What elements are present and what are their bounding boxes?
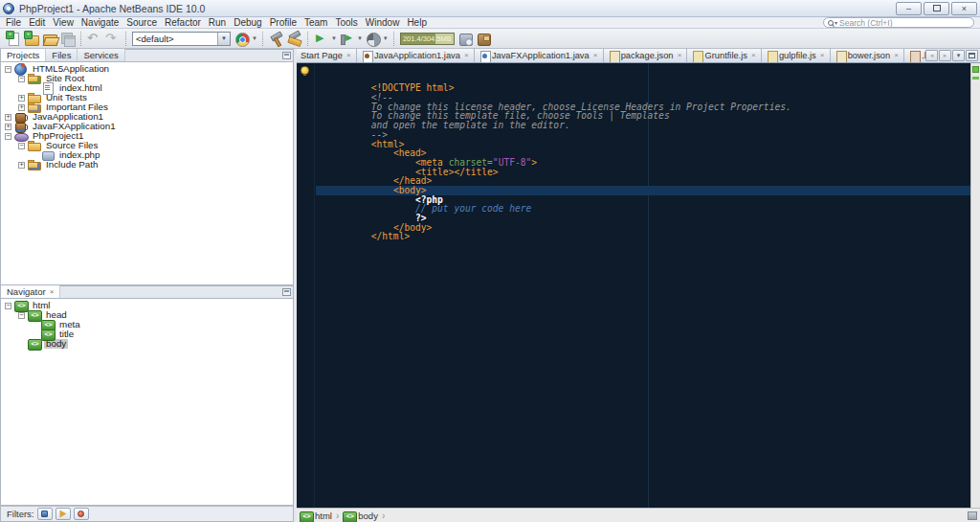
profile-dropdown-icon[interactable]: ▼ bbox=[383, 35, 389, 41]
tab-close-icon[interactable]: × bbox=[893, 52, 900, 59]
tab-close-icon[interactable]: × bbox=[463, 52, 470, 59]
expand-toggle-icon[interactable]: − bbox=[18, 312, 25, 319]
tree-row[interactable]: + Include Path bbox=[1, 160, 293, 170]
tree-row[interactable]: − PhpProject1 bbox=[1, 131, 293, 141]
scroll-tabs-right-icon[interactable]: ▸ bbox=[939, 50, 951, 61]
search-dropdown-icon[interactable]: ▾ bbox=[835, 19, 837, 26]
restore-button[interactable] bbox=[924, 2, 949, 15]
editor-tab[interactable]: Start Page × bbox=[297, 49, 357, 62]
search-input[interactable] bbox=[839, 18, 971, 27]
tab-close-icon[interactable]: × bbox=[50, 287, 55, 296]
open-project-icon[interactable] bbox=[41, 31, 57, 47]
stripe-mark[interactable] bbox=[972, 77, 979, 79]
debug-dropdown-icon[interactable]: ▼ bbox=[357, 35, 363, 41]
menu-item[interactable]: View bbox=[49, 17, 78, 29]
menu-item[interactable]: Help bbox=[403, 17, 431, 29]
code-line[interactable]: <!DOCTYPE html> bbox=[316, 65, 970, 75]
document-list-icon[interactable]: ▾ bbox=[952, 50, 965, 61]
editor-tab[interactable]: .bowerrc × bbox=[904, 49, 925, 62]
tree-row[interactable]: index.html bbox=[1, 83, 293, 93]
minimize-panel-icon[interactable] bbox=[282, 52, 291, 59]
clean-build-icon[interactable] bbox=[286, 31, 302, 47]
debug-icon[interactable] bbox=[339, 31, 355, 47]
code-line[interactable]: <head> bbox=[316, 130, 970, 140]
filter-show-attributes-button[interactable] bbox=[37, 508, 53, 520]
vcs-icon-2[interactable] bbox=[476, 31, 492, 47]
maximize-editor-icon[interactable] bbox=[966, 50, 978, 61]
new-project-icon[interactable] bbox=[23, 31, 39, 47]
save-all-icon[interactable] bbox=[59, 31, 76, 47]
undo-icon[interactable] bbox=[86, 31, 102, 47]
expand-toggle-icon[interactable]: − bbox=[5, 303, 11, 309]
redo-icon[interactable] bbox=[104, 31, 121, 47]
tab-close-icon[interactable]: × bbox=[345, 52, 352, 59]
build-icon[interactable] bbox=[268, 31, 284, 47]
profile-icon[interactable] bbox=[365, 31, 381, 47]
menu-item[interactable]: Window bbox=[362, 17, 404, 29]
tree-row[interactable]: − HTML5Application bbox=[1, 64, 293, 74]
expand-toggle-icon[interactable]: − bbox=[18, 143, 25, 149]
editor-tab[interactable]: JavaFXApplication1.java × bbox=[475, 49, 604, 62]
tree-row[interactable]: title bbox=[1, 329, 293, 339]
expand-toggle-icon[interactable]: + bbox=[18, 104, 25, 111]
run-config-select[interactable]: <default> ▼ bbox=[132, 32, 231, 46]
combo-dropdown-icon[interactable]: ▼ bbox=[217, 33, 230, 45]
expand-toggle-icon[interactable]: + bbox=[5, 114, 11, 121]
node-label: Include Path bbox=[44, 160, 100, 170]
no-errors-indicator[interactable] bbox=[972, 66, 979, 73]
memory-indicator[interactable]: 201.4/304.5MB bbox=[400, 33, 455, 45]
run-dropdown-icon[interactable]: ▼ bbox=[331, 35, 337, 41]
tree-row[interactable]: index.php bbox=[1, 150, 293, 160]
menu-item[interactable]: Edit bbox=[25, 17, 49, 29]
menu-item[interactable]: Source bbox=[122, 17, 161, 29]
code-token: </html> bbox=[371, 231, 410, 241]
expand-toggle-icon[interactable]: + bbox=[18, 162, 25, 169]
expand-toggle-icon[interactable]: − bbox=[18, 76, 25, 82]
expand-toggle-icon[interactable]: + bbox=[5, 124, 11, 130]
tab-close-icon[interactable]: × bbox=[750, 52, 757, 59]
browser-chrome-icon[interactable] bbox=[234, 31, 250, 47]
editor-tab[interactable]: gulpfile.js × bbox=[762, 49, 831, 62]
menu-item[interactable]: Tools bbox=[331, 17, 361, 29]
filter-show-content-button[interactable] bbox=[74, 508, 89, 520]
navigator-tab[interactable]: Navigator× bbox=[1, 285, 60, 298]
new-file-icon[interactable] bbox=[5, 31, 21, 47]
menu-item[interactable]: Navigate bbox=[78, 17, 122, 29]
vcs-icon-1[interactable] bbox=[457, 31, 474, 47]
menu-item[interactable]: Debug bbox=[230, 17, 265, 29]
menu-item[interactable]: Team bbox=[301, 17, 331, 29]
breadcrumb-item[interactable]: body › bbox=[343, 511, 389, 521]
editor-tab[interactable]: Gruntfile.js × bbox=[687, 49, 761, 62]
code-editor[interactable]: <!DOCTYPE html> <!-- To change this lice… bbox=[297, 63, 980, 508]
menu-item[interactable]: Refactor bbox=[161, 17, 205, 29]
filter-sort-button[interactable] bbox=[56, 508, 71, 520]
editor-tab[interactable]: package.json × bbox=[604, 49, 688, 62]
tree-row[interactable]: − html bbox=[1, 301, 293, 310]
panel-tab[interactable]: Projects× bbox=[1, 49, 46, 61]
scroll-tabs-left-icon[interactable]: ◂ bbox=[925, 50, 938, 61]
error-stripe[interactable] bbox=[970, 63, 980, 508]
node-icon bbox=[14, 300, 28, 311]
menu-item[interactable]: Run bbox=[205, 17, 230, 29]
quick-search[interactable]: ▾ bbox=[823, 17, 974, 28]
menu-item[interactable]: File bbox=[2, 17, 25, 29]
run-icon[interactable] bbox=[313, 31, 329, 47]
minimize-panel-icon[interactable] bbox=[282, 288, 291, 296]
hint-lightbulb-icon[interactable] bbox=[301, 66, 309, 75]
tab-close-icon[interactable]: × bbox=[676, 52, 682, 59]
close-button[interactable]: × bbox=[951, 2, 977, 15]
expand-toggle-icon[interactable]: − bbox=[5, 133, 11, 140]
palette-icon[interactable] bbox=[968, 511, 977, 520]
minimize-button[interactable]: – bbox=[896, 2, 922, 15]
panel-tab[interactable]: Services bbox=[78, 49, 124, 61]
editor-tab[interactable]: bower.json × bbox=[831, 49, 904, 62]
tab-close-icon[interactable]: × bbox=[819, 52, 826, 59]
panel-tab[interactable]: Files bbox=[46, 49, 78, 61]
browser-dropdown-icon[interactable]: ▼ bbox=[252, 35, 257, 41]
menu-item[interactable]: Profile bbox=[266, 17, 301, 29]
expand-toggle-icon[interactable]: + bbox=[18, 95, 25, 102]
tab-close-icon[interactable]: × bbox=[592, 52, 599, 59]
breadcrumb-item[interactable]: html › bbox=[300, 511, 343, 521]
expand-toggle-icon[interactable]: − bbox=[5, 66, 11, 73]
editor-tab[interactable]: JavaApplication1.java × bbox=[357, 49, 475, 62]
